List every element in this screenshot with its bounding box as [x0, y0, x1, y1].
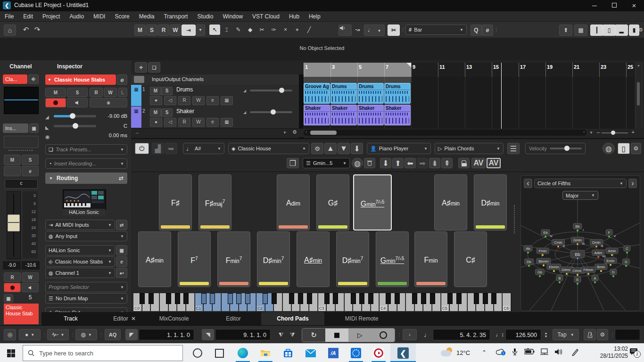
global-w-button[interactable]: W: [170, 25, 181, 36]
constrain-delay-icon[interactable]: ◎: [4, 329, 16, 340]
drums-clip[interactable]: Drums: [384, 83, 411, 104]
circle-node-eb[interactable]: Eb: [541, 230, 550, 236]
lock-icon[interactable]: [458, 158, 470, 168]
battery-icon[interactable]: [524, 348, 535, 354]
midi-record-mode-dropdown[interactable]: ◍▼: [75, 329, 97, 340]
circle-node-emin[interactable]: Emin: [604, 258, 617, 264]
piano-black-key[interactable]: [359, 293, 364, 304]
shift-left-icon[interactable]: ⬅: [405, 158, 416, 168]
insert-note-dropdown[interactable]: ♩▼: [364, 25, 385, 36]
chord-pad[interactable]: Fmin7: [217, 231, 250, 287]
fader-cap[interactable]: [8, 214, 20, 231]
piano-black-key[interactable]: [421, 293, 426, 304]
global-r-button[interactable]: R: [158, 25, 169, 36]
drums-clip[interactable]: Drums: [357, 83, 384, 104]
velocity-slider[interactable]: Velocity: [525, 143, 586, 154]
timeline-ruler[interactable]: 135791113151719212325: [304, 63, 635, 77]
delay-row[interactable]: ◉ 0.00 ms: [45, 132, 127, 140]
inspector-freeze-button[interactable]: ✳: [90, 98, 127, 107]
piano-black-key[interactable]: [307, 293, 312, 304]
patch-edit-button[interactable]: e: [116, 256, 127, 267]
chord-pad[interactable]: F7: [178, 231, 211, 287]
network-icon[interactable]: [540, 348, 549, 355]
root-key-dropdown[interactable]: ♩A#▼: [183, 143, 224, 154]
pads-preset-dropdown[interactable]: ◈Classic House▼: [228, 143, 309, 154]
record-button[interactable]: [372, 329, 395, 342]
temperature-label[interactable]: 12°C: [456, 349, 470, 356]
menu-audio[interactable]: Audio: [65, 13, 89, 20]
shaker-clip[interactable]: Shaker: [304, 105, 330, 125]
menu-transport[interactable]: Transport: [159, 13, 192, 20]
input-transformer-icon[interactable]: ⇄: [116, 220, 127, 230]
circle-node-gb[interactable]: Gb: [535, 269, 545, 275]
tracklist-gear-icon[interactable]: ⚙: [292, 129, 297, 135]
channel-record-button[interactable]: [4, 283, 21, 292]
goto-right-locator-icon[interactable]: ◥: [202, 329, 214, 340]
piano-black-key[interactable]: [298, 293, 303, 304]
edge-icon[interactable]: [232, 344, 254, 362]
iterative-quantize-button[interactable]: e: [482, 25, 493, 36]
channel-tab[interactable]: Channel: [0, 63, 41, 70]
circle-node-bb[interactable]: Bb: [573, 223, 582, 230]
left-zone-toggle[interactable]: ▕▏: [590, 25, 603, 36]
chord-pad[interactable]: D♯min7: [336, 231, 369, 287]
erase-tool[interactable]: ◆: [245, 25, 256, 35]
quantize-button[interactable]: Q: [471, 25, 482, 36]
menu-window[interactable]: Window: [218, 13, 248, 20]
bottom-zone-toggle[interactable]: ▂: [615, 25, 628, 36]
global-s-button[interactable]: S: [146, 25, 157, 36]
lower-zone-tab-midi-remote[interactable]: MIDI Remote: [328, 312, 395, 325]
chord-pad[interactable]: C♯: [454, 231, 487, 287]
minimize-button[interactable]: [585, 0, 604, 11]
channel-write-button[interactable]: W: [22, 272, 39, 282]
zone-splitter[interactable]: [514, 205, 517, 233]
glue-tool[interactable]: ✑: [268, 25, 279, 35]
audio-record-mode-dropdown[interactable]: ▼: [47, 329, 69, 340]
playhead[interactable]: [501, 63, 502, 129]
insert-recording-dropdown[interactable]: ◔Insert Recording...▼: [45, 158, 127, 169]
instrument-keyboard-icon[interactable]: ▦: [116, 245, 127, 255]
menu-edit[interactable]: Edit: [18, 13, 38, 20]
channel-inserts-chip[interactable]: Ins...: [3, 123, 28, 133]
menu-score[interactable]: Score: [110, 13, 134, 20]
voicing-sliders-icon[interactable]: ☰: [507, 143, 520, 154]
track-presets-dropdown[interactable]: ❏Track Presets...▼: [45, 144, 127, 155]
primary-time-format-icon[interactable]: ♩: [421, 329, 433, 340]
grid-type-dropdown[interactable]: # Bar▼: [405, 25, 467, 35]
track-row[interactable]: ▦2MSShaker◢●◁RWe▦: [131, 107, 299, 129]
channel-inserts-bypass-icon[interactable]: ▣: [29, 123, 39, 133]
media-player-app-icon[interactable]: [368, 344, 389, 362]
metronome-setup-gear-icon[interactable]: ⚙: [597, 329, 608, 340]
line-tool[interactable]: ╱: [304, 25, 314, 35]
piano-black-key[interactable]: [272, 293, 277, 304]
circle-node-db[interactable]: Db: [524, 259, 534, 265]
tray-chevron-icon[interactable]: ⌃: [482, 349, 487, 356]
track-monitor-button[interactable]: ◁: [164, 96, 176, 105]
project-setup-button[interactable]: ⌂: [4, 25, 16, 36]
menu-midi[interactable]: MIDI: [89, 13, 110, 20]
piano-black-key[interactable]: [175, 293, 180, 304]
track-mute-button[interactable]: M: [150, 108, 161, 117]
tap-tempo-dropdown[interactable]: Tap▼: [553, 329, 579, 340]
circle-node-bmin[interactable]: Bmin: [594, 264, 607, 270]
preset-save-icon[interactable]: ⬇: [351, 143, 363, 154]
pads-settings-gear-icon[interactable]: ⚙: [311, 143, 323, 154]
piano-black-key[interactable]: [483, 293, 488, 304]
track-read-button[interactable]: R: [178, 96, 190, 105]
channel-read-button[interactable]: R: [4, 272, 21, 282]
track-write-button[interactable]: W: [192, 96, 205, 105]
selected-chord-dropdown[interactable]: ☰Gmin...5▼: [303, 158, 350, 168]
mail-icon[interactable]: [300, 344, 322, 362]
shaker-clip[interactable]: Shaker: [357, 105, 384, 125]
pads-output-icon[interactable]: ➥: [165, 143, 177, 154]
track-record-button[interactable]: ●: [150, 96, 162, 105]
track-keyboard-button[interactable]: ▦: [221, 96, 233, 105]
hscroll-thumb[interactable]: [310, 131, 337, 135]
piano-black-key[interactable]: [263, 293, 268, 304]
channel-track-chip[interactable]: Cla...: [3, 74, 27, 84]
piano-black-key[interactable]: [245, 293, 250, 304]
zoom-slider[interactable]: – +: [597, 130, 635, 136]
midi-keyboard-icon[interactable]: ▦: [4, 294, 13, 303]
chord-pad[interactable]: D♯min7: [257, 231, 290, 287]
cubase-taskbar-icon[interactable]: ❮: [390, 344, 416, 362]
